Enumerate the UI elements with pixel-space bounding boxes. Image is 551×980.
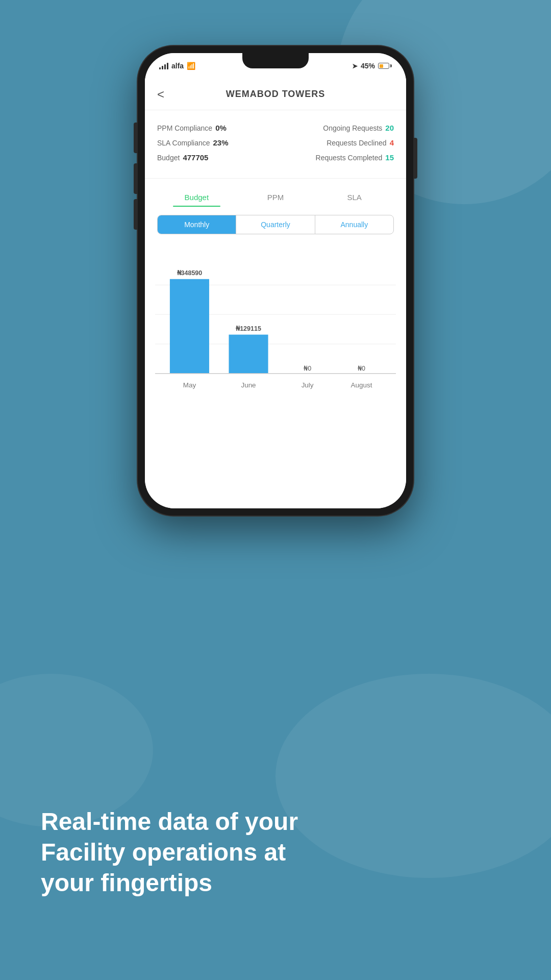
month-july: July: [302, 381, 314, 389]
tagline-text: Real-time data of your Facility operatio…: [41, 806, 510, 898]
ppm-value: 0%: [215, 124, 227, 132]
chart-area: ₦348590 ₦129115 ₦0 ₦0 May June J: [145, 242, 406, 423]
ppm-label: PPM Compliance: [157, 124, 212, 132]
month-august: August: [351, 381, 372, 389]
phone-frame: alfa 📶 ➤ 45% <: [138, 46, 413, 516]
requests-completed-stat: Requests Completed 15: [316, 153, 394, 162]
phone-mockup: alfa 📶 ➤ 45% <: [138, 46, 413, 516]
stats-divider: [145, 178, 406, 179]
ongoing-requests-stat: Ongoing Requests 20: [323, 124, 394, 132]
bar-may: [170, 279, 209, 374]
wifi-icon: 📶: [187, 62, 195, 70]
bar-june-label: ₦129115: [236, 325, 261, 332]
sla-label: SLA Compliance: [157, 139, 210, 147]
stats-row-1: PPM Compliance 0% Ongoing Requests 20: [157, 124, 394, 132]
bar-may-label: ₦348590: [177, 270, 203, 277]
battery-pct-label: 45%: [361, 62, 375, 70]
requests-declined-stat: Requests Declined 4: [327, 138, 394, 147]
bar-july-label: ₦0: [304, 365, 311, 372]
budget-value: 477705: [183, 153, 208, 162]
tab-sla[interactable]: SLA: [315, 187, 394, 207]
app-header: < WEMABOD TOWERS: [145, 79, 406, 110]
month-june: June: [241, 381, 256, 389]
bar-august-label: ₦0: [358, 365, 365, 372]
app-content: < WEMABOD TOWERS PPM Compliance 0% Ongoi…: [145, 79, 406, 508]
back-button[interactable]: <: [157, 87, 164, 102]
month-may: May: [183, 381, 196, 389]
bar-june: [229, 335, 268, 374]
stats-row-3: Budget 477705 Requests Completed 15: [157, 153, 394, 162]
page-title: WEMABOD TOWERS: [226, 89, 325, 100]
period-annually[interactable]: Annually: [315, 215, 393, 234]
bg-decoration-mid: [0, 674, 153, 827]
notch: [242, 53, 309, 68]
completed-value: 15: [385, 153, 394, 162]
sla-compliance-stat: SLA Compliance 23%: [157, 138, 229, 147]
declined-label: Requests Declined: [327, 139, 387, 147]
signal-icon: [159, 62, 168, 69]
completed-label: Requests Completed: [316, 154, 383, 162]
status-bar-left: alfa 📶: [159, 62, 195, 70]
ongoing-value: 20: [385, 124, 394, 132]
stats-grid: PPM Compliance 0% Ongoing Requests 20 SL…: [145, 118, 406, 178]
tab-budget[interactable]: Budget: [157, 187, 236, 207]
status-bar: alfa 📶 ➤ 45%: [145, 53, 406, 79]
budget-label: Budget: [157, 154, 180, 162]
carrier-label: alfa: [171, 62, 184, 70]
declined-value: 4: [390, 138, 394, 147]
stats-row-2: SLA Compliance 23% Requests Declined 4: [157, 138, 394, 147]
header-divider: [145, 110, 406, 110]
period-monthly[interactable]: Monthly: [158, 215, 236, 234]
tab-bar: Budget PPM SLA: [145, 187, 406, 207]
sla-value: 23%: [213, 138, 229, 147]
location-icon: ➤: [352, 62, 358, 70]
battery-icon: [378, 63, 392, 69]
ppm-compliance-stat: PPM Compliance 0%: [157, 124, 227, 132]
tab-ppm[interactable]: PPM: [236, 187, 315, 207]
ongoing-label: Ongoing Requests: [323, 124, 382, 132]
period-quarterly[interactable]: Quarterly: [236, 215, 315, 234]
phone-screen: alfa 📶 ➤ 45% <: [145, 53, 406, 508]
status-bar-right: ➤ 45%: [352, 62, 392, 70]
budget-chart: ₦348590 ₦129115 ₦0 ₦0 May June J: [155, 248, 396, 411]
tagline-section: Real-time data of your Facility operatio…: [41, 806, 510, 898]
period-selector: Monthly Quarterly Annually: [157, 215, 394, 234]
budget-stat: Budget 477705: [157, 153, 208, 162]
